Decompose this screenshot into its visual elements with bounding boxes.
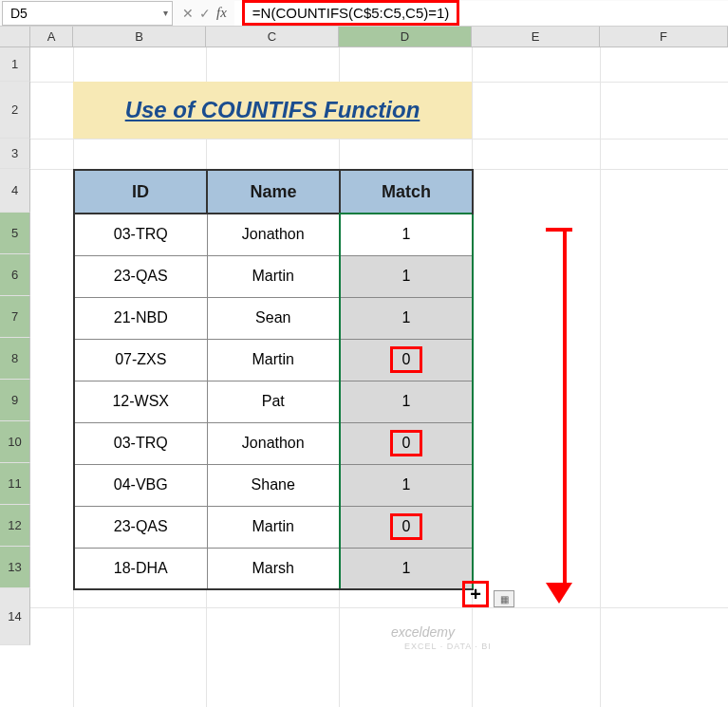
formula-text: =N(COUNTIFS(C$5:C5,C5)=1) bbox=[242, 0, 460, 26]
table-row: 03-TRQJonathon1 bbox=[74, 214, 473, 255]
fill-handle[interactable]: + bbox=[462, 581, 489, 607]
autofill-options-icon[interactable]: ▦ bbox=[494, 590, 514, 607]
cell-match[interactable]: 1 bbox=[340, 381, 473, 422]
row-header-2[interactable]: 2 bbox=[0, 82, 30, 139]
table-row: 07-ZXSMartin0 bbox=[74, 339, 473, 381]
row-header-4[interactable]: 4 bbox=[0, 169, 30, 213]
cell-match[interactable]: 1 bbox=[340, 548, 473, 589]
cell-match[interactable]: 1 bbox=[340, 464, 473, 506]
data-table: ID Name Match 03-TRQJonathon123-QASMarti… bbox=[73, 169, 474, 590]
cell-name[interactable]: Shane bbox=[207, 464, 340, 506]
formula-controls: ✕ ✓ fx bbox=[175, 5, 234, 21]
table-row: 12-WSXPat1 bbox=[74, 381, 473, 422]
table-row: 23-QASMartin1 bbox=[74, 255, 473, 297]
title-text: Use of COUNTIFS Function bbox=[125, 97, 420, 123]
cell-name[interactable]: Marsh bbox=[207, 548, 340, 589]
annotation-arrow bbox=[557, 228, 572, 604]
table-row: 21-NBDSean1 bbox=[74, 297, 473, 339]
cell-id[interactable]: 21-NBD bbox=[74, 297, 207, 339]
cell-match[interactable]: 0 bbox=[340, 422, 473, 464]
highlighted-value: 0 bbox=[390, 346, 423, 373]
name-box[interactable]: D5 ▾ bbox=[2, 1, 173, 26]
watermark-subtitle: EXCEL · DATA · BI bbox=[404, 642, 492, 651]
cell-match[interactable]: 0 bbox=[340, 506, 473, 548]
name-box-value: D5 bbox=[10, 6, 28, 21]
cell-match[interactable]: 1 bbox=[340, 214, 473, 255]
cell-name[interactable]: Sean bbox=[207, 297, 340, 339]
row-header-5[interactable]: 5 bbox=[0, 213, 30, 254]
col-header-A[interactable]: A bbox=[30, 27, 73, 47]
col-header-C[interactable]: C bbox=[206, 27, 339, 47]
row-header-10[interactable]: 10 bbox=[0, 421, 30, 463]
cell-name[interactable]: Jonathon bbox=[207, 422, 340, 464]
row-header-11[interactable]: 11 bbox=[0, 463, 30, 505]
col-header-E[interactable]: E bbox=[472, 27, 600, 47]
cell-name[interactable]: Pat bbox=[207, 381, 340, 422]
cancel-icon[interactable]: ✕ bbox=[182, 6, 194, 21]
col-header-D[interactable]: D bbox=[339, 27, 472, 47]
cell-match[interactable]: 1 bbox=[340, 255, 473, 297]
gridline bbox=[30, 607, 728, 608]
cell-id[interactable]: 04-VBG bbox=[74, 464, 207, 506]
cell-id[interactable]: 18-DHA bbox=[74, 548, 207, 589]
highlighted-value: 0 bbox=[390, 513, 423, 540]
arrow-head-icon bbox=[546, 583, 572, 604]
row-header-1[interactable]: 1 bbox=[0, 47, 30, 82]
row-header-3[interactable]: 3 bbox=[0, 139, 30, 169]
fx-label[interactable]: fx bbox=[216, 5, 227, 21]
cell-id[interactable]: 12-WSX bbox=[74, 381, 207, 422]
row-header-8[interactable]: 8 bbox=[0, 338, 30, 380]
col-header-B[interactable]: B bbox=[73, 27, 206, 47]
cell-id[interactable]: 23-QAS bbox=[74, 506, 207, 548]
column-headers: A B C D E F bbox=[0, 27, 728, 47]
table-row: 03-TRQJonathon0 bbox=[74, 422, 473, 464]
chevron-down-icon[interactable]: ▾ bbox=[163, 8, 168, 18]
gridline bbox=[30, 139, 728, 140]
selection-border bbox=[339, 213, 472, 214]
cell-id[interactable]: 07-ZXS bbox=[74, 339, 207, 381]
highlighted-value: 0 bbox=[390, 430, 423, 456]
cell-name[interactable]: Martin bbox=[207, 506, 340, 548]
header-match: Match bbox=[340, 170, 473, 214]
table-row: 23-QASMartin0 bbox=[74, 506, 473, 548]
row-header-14[interactable]: 14 bbox=[0, 588, 30, 645]
cell-id[interactable]: 23-QAS bbox=[74, 255, 207, 297]
cells-area[interactable]: Use of COUNTIFS Function ID Name Match 0… bbox=[30, 47, 728, 645]
header-name: Name bbox=[207, 170, 340, 214]
plus-cursor-icon: + bbox=[470, 585, 481, 604]
check-icon[interactable]: ✓ bbox=[199, 6, 211, 21]
table-row: 18-DHAMarsh1 bbox=[74, 548, 473, 589]
header-id: ID bbox=[74, 170, 207, 214]
arrow-bar bbox=[546, 228, 572, 232]
row-headers: 1 2 3 4 5 6 7 8 9 10 11 12 13 14 bbox=[0, 47, 30, 645]
cell-name[interactable]: Martin bbox=[207, 255, 340, 297]
row-header-7[interactable]: 7 bbox=[0, 296, 30, 338]
row-header-6[interactable]: 6 bbox=[0, 254, 30, 296]
spreadsheet-grid: 1 2 3 4 5 6 7 8 9 10 11 12 13 14 Use of … bbox=[0, 47, 728, 645]
cell-name[interactable]: Martin bbox=[207, 339, 340, 381]
select-all-cell[interactable] bbox=[0, 27, 30, 47]
row-header-12[interactable]: 12 bbox=[0, 505, 30, 547]
row-header-9[interactable]: 9 bbox=[0, 380, 30, 421]
sheet-title: Use of COUNTIFS Function bbox=[73, 82, 472, 139]
col-header-F[interactable]: F bbox=[600, 27, 728, 47]
row-header-13[interactable]: 13 bbox=[0, 547, 30, 588]
cell-match[interactable]: 1 bbox=[340, 297, 473, 339]
watermark-text: exceldemy bbox=[391, 624, 455, 640]
cell-id[interactable]: 03-TRQ bbox=[74, 214, 207, 255]
table-header-row: ID Name Match bbox=[74, 170, 473, 214]
formula-bar[interactable]: =N(COUNTIFS(C$5:C5,C5)=1) bbox=[234, 1, 728, 26]
cell-match[interactable]: 0 bbox=[340, 339, 473, 381]
cell-name[interactable]: Jonathon bbox=[207, 214, 340, 255]
formula-bar-row: D5 ▾ ✕ ✓ fx =N(COUNTIFS(C$5:C5,C5)=1) bbox=[0, 0, 728, 27]
table-row: 04-VBGShane1 bbox=[74, 464, 473, 506]
cell-id[interactable]: 03-TRQ bbox=[74, 422, 207, 464]
arrow-line bbox=[563, 232, 567, 583]
